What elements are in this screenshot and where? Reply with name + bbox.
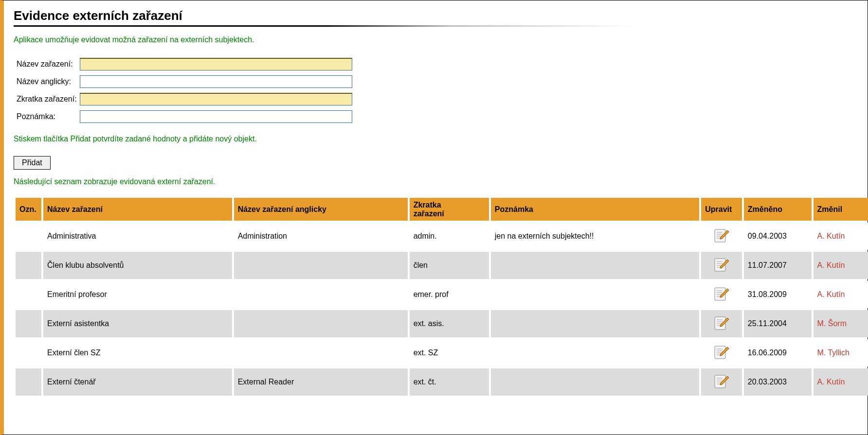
- input-zkratka[interactable]: [80, 93, 352, 105]
- changed-by-link[interactable]: M. Šorm: [817, 319, 847, 328]
- cell-ozn: [16, 252, 41, 279]
- changed-by-link[interactable]: A. Kutín: [817, 232, 845, 240]
- list-hint: Následující seznam zobrazuje evidovaná e…: [14, 177, 858, 186]
- th-zmeneno: Změněno: [744, 198, 812, 221]
- label-zkratka: Zkratka zařazení:: [17, 92, 80, 106]
- cell-zkratka: ext. čt.: [410, 368, 489, 396]
- cell-anglicky: Administration: [234, 223, 408, 250]
- cell-ozn: [16, 310, 41, 337]
- th-anglicky: Název zařazení anglicky: [234, 198, 408, 221]
- cell-nazev: Administrativa: [43, 223, 232, 250]
- input-nazev[interactable]: [80, 58, 352, 70]
- input-poznamka[interactable]: [80, 110, 352, 123]
- edit-icon[interactable]: [714, 257, 729, 272]
- cell-zkratka: emer. prof: [410, 281, 489, 308]
- cell-poznamka: [491, 339, 699, 366]
- changed-by-link[interactable]: A. Kutín: [817, 261, 845, 269]
- edit-icon[interactable]: [714, 315, 729, 331]
- cell-upravit: [701, 310, 742, 337]
- cell-zmenil: A. Kutín: [814, 281, 868, 308]
- cell-anglicky: [234, 310, 408, 337]
- cell-zmeneno: 25.11.2004: [744, 310, 812, 337]
- cell-zkratka: člen: [410, 252, 489, 279]
- label-poznamka: Poznámka:: [17, 109, 80, 124]
- cell-ozn: [16, 281, 41, 308]
- page-title: Evidence externích zařazení: [14, 8, 858, 24]
- cell-zmenil: A. Kutín: [814, 223, 868, 250]
- cell-anglicky: [234, 252, 408, 279]
- th-nazev: Název zařazení: [43, 198, 232, 221]
- cell-poznamka: [491, 281, 699, 308]
- cell-nazev: Externí člen SZ: [43, 339, 232, 366]
- cell-ozn: [16, 223, 41, 250]
- cell-zmenil: M. Šorm: [814, 310, 868, 337]
- cell-anglicky: [234, 339, 408, 366]
- th-zmenil: Změnil: [814, 198, 868, 221]
- cell-zkratka: ext. asis.: [410, 310, 489, 337]
- th-zkratka: Zkratka zařazení: [410, 198, 489, 221]
- cell-zmeneno: 09.04.2003: [744, 223, 812, 250]
- cell-upravit: [701, 368, 742, 396]
- cell-upravit: [701, 223, 742, 250]
- changed-by-link[interactable]: M. Tyllich: [817, 348, 850, 357]
- cell-poznamka: [491, 368, 699, 396]
- cell-anglicky: External Reader: [234, 368, 408, 396]
- cell-nazev: Externí asistentka: [43, 310, 232, 337]
- cell-zmenil: M. Tyllich: [814, 339, 868, 366]
- table-row: Externí čtenářExternal Readerext. čt.20.…: [16, 368, 868, 396]
- cell-poznamka: [491, 310, 699, 337]
- table-row: Externí asistentkaext. asis.25.11.2004M.…: [16, 310, 868, 337]
- form-table: Název zařazení: Název anglicky: Zkratka …: [17, 54, 355, 127]
- cell-zkratka: admin.: [410, 223, 489, 250]
- cell-nazev: Emeritní profesor: [43, 281, 232, 308]
- th-ozn: Ozn.: [16, 198, 41, 221]
- th-zkratka-line1: Zkratka: [414, 201, 441, 209]
- cell-anglicky: [234, 281, 408, 308]
- edit-icon[interactable]: [714, 286, 729, 301]
- th-zkratka-line2: zařazení: [414, 209, 444, 218]
- cell-zmeneno: 31.08.2009: [744, 281, 812, 308]
- edit-icon[interactable]: [714, 227, 729, 243]
- cell-nazev: Člen klubu absolventů: [43, 252, 232, 279]
- add-button[interactable]: Přidat: [14, 156, 51, 170]
- changed-by-link[interactable]: A. Kutín: [817, 378, 845, 386]
- table-row: Člen klubu absolventůčlen11.07.2007A. Ku…: [16, 252, 868, 279]
- changed-by-link[interactable]: A. Kutín: [817, 290, 845, 298]
- th-poznamka: Poznámka: [491, 198, 699, 221]
- cell-zmeneno: 11.07.2007: [744, 252, 812, 279]
- cell-ozn: [16, 368, 41, 396]
- cell-poznamka: jen na externích subjektech!!: [491, 223, 699, 250]
- table-header-row: Ozn. Název zařazení Název zařazení angli…: [16, 198, 868, 221]
- cell-ozn: [16, 339, 41, 366]
- th-upravit: Upravit: [701, 198, 742, 221]
- cell-upravit: [701, 281, 742, 308]
- cell-upravit: [701, 252, 742, 279]
- cell-zkratka: ext. SZ: [410, 339, 489, 366]
- label-nazev: Název zařazení:: [17, 57, 80, 71]
- data-table: Ozn. Název zařazení Název zařazení angli…: [14, 196, 868, 398]
- confirm-hint: Stiskem tlačítka Přidat potvrdíte zadané…: [14, 135, 858, 143]
- cell-zmeneno: 20.03.2003: [744, 368, 812, 396]
- table-row: AdministrativaAdministrationadmin.jen na…: [16, 223, 868, 250]
- cell-zmeneno: 16.06.2009: [744, 339, 812, 366]
- cell-upravit: [701, 339, 742, 366]
- cell-zmenil: A. Kutín: [814, 252, 868, 279]
- table-row: Emeritní profesoremer. prof31.08.2009A. …: [16, 281, 868, 308]
- input-anglicky[interactable]: [80, 75, 352, 88]
- edit-icon[interactable]: [714, 373, 729, 389]
- label-anglicky: Název anglicky:: [17, 74, 80, 89]
- cell-poznamka: [491, 252, 699, 279]
- cell-zmenil: A. Kutín: [814, 368, 868, 396]
- title-divider: [14, 25, 636, 27]
- edit-icon[interactable]: [714, 344, 729, 360]
- table-row: Externí člen SZext. SZ16.06.2009M. Tylli…: [16, 339, 868, 366]
- intro-text: Aplikace umožňuje evidovat možná zařazen…: [14, 35, 858, 44]
- cell-nazev: Externí čtenář: [43, 368, 232, 396]
